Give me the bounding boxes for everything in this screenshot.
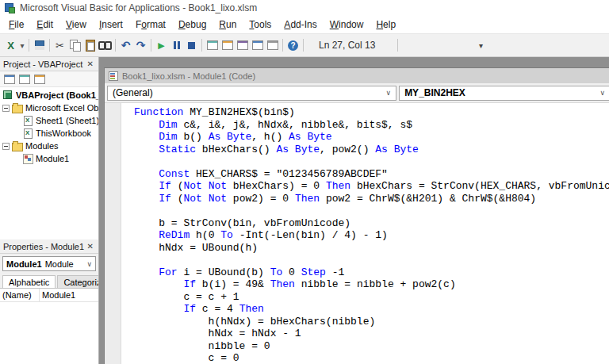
menu-bar: FileEditViewInsertFormatDebugRunToolsAdd…	[0, 16, 609, 34]
menu-file[interactable]: File	[2, 17, 30, 33]
tree-item-label: Modules	[25, 141, 59, 151]
tree-item-label: Microsoft Excel Objects	[25, 103, 98, 113]
module-code-icon	[109, 71, 118, 81]
project-explorer-icon[interactable]	[220, 38, 235, 53]
menu-insert[interactable]: Insert	[93, 17, 129, 33]
view-object-icon[interactable]	[17, 71, 32, 86]
design-mode-icon[interactable]	[205, 38, 220, 53]
procedure-dropdown[interactable]: MY_BIN2HEX ∨	[399, 86, 609, 101]
code-line	[134, 155, 609, 168]
toolbar-separator	[397, 39, 398, 52]
code-line: hNdx = hNdx - 1	[134, 328, 609, 340]
chevron-down-icon: ∨	[596, 89, 605, 97]
tree-item-microsoft-excel-objects[interactable]: Microsoft Excel Objects	[0, 102, 98, 114]
toolbar-separator	[115, 39, 116, 52]
menu-view[interactable]: View	[59, 17, 93, 33]
run-icon[interactable]	[154, 38, 169, 53]
properties-window-icon[interactable]	[235, 38, 250, 53]
code-line: Const HEX_CHARS$ = "0123456789ABCDEF"	[134, 168, 609, 181]
save-icon[interactable]	[32, 38, 47, 53]
menu-format[interactable]: Format	[129, 17, 172, 33]
view-code-icon[interactable]	[2, 71, 17, 86]
toolbar-options-icon[interactable]	[473, 38, 488, 53]
tab-alphabetic[interactable]: Alphabetic	[2, 275, 56, 288]
main-area: Project - VBAProject ✕ VBAProject (Book1…	[0, 57, 609, 364]
code-line: hNdx = UBound(h)	[134, 242, 609, 255]
properties-panel-title: Properties - Module1	[3, 242, 86, 251]
toolbar-separator	[49, 39, 50, 52]
menu-edit[interactable]: Edit	[30, 17, 59, 33]
cut-icon[interactable]	[52, 38, 67, 53]
standard-toolbar: Ln 27, Col 13	[0, 34, 609, 57]
break-icon[interactable]	[169, 38, 184, 53]
project-explorer-panel: Project - VBAProject ✕ VBAProject (Book1…	[0, 57, 98, 239]
project-tree: VBAProject (Book1_lixo.xlsm)Microsoft Ex…	[0, 87, 98, 239]
collapse-icon[interactable]	[2, 143, 10, 150]
code-line	[134, 254, 609, 266]
help-icon[interactable]	[285, 38, 301, 53]
tree-item-label: ThisWorkbook	[36, 128, 91, 138]
close-icon[interactable]: ✕	[86, 242, 95, 251]
code-line: If b(i) = 49& Then nibble = nibble + pow…	[134, 278, 609, 291]
menu-run[interactable]: Run	[213, 17, 243, 33]
menu-window[interactable]: Window	[324, 17, 370, 33]
tree-item-thisworkbook[interactable]: ThisWorkbook	[0, 127, 98, 140]
tree-item-modules[interactable]: Modules	[0, 140, 98, 152]
code-editor[interactable]: Function MY_BIN2HEX$(bin$) Dim c&, i&, j…	[105, 103, 609, 364]
tree-item-label: Sheet1 (Sheet1)	[36, 116, 98, 125]
redo-icon[interactable]	[133, 38, 148, 53]
property-value[interactable]: Module1	[40, 289, 98, 301]
window-title: Microsoft Visual Basic for Applications …	[20, 2, 257, 13]
menu-help[interactable]: Help	[370, 17, 402, 33]
mdi-area: Book1_lixo.xlsm - Module1 (Code) (Genera…	[99, 57, 609, 364]
tree-item-module1[interactable]: Module1	[0, 152, 98, 165]
tree-item-label: Module1	[36, 154, 69, 163]
toolbar-separator	[29, 39, 29, 52]
code-line: If c = 4 Then	[134, 303, 609, 316]
code-line: Dim c&, i&, j&, hNdx&, nibble&, bits$, s…	[134, 119, 609, 132]
margin-indicator-bar	[105, 103, 121, 364]
undo-icon[interactable]	[118, 38, 133, 53]
tree-item-sheet1[interactable]: Sheet1 (Sheet1)	[0, 114, 98, 127]
properties-object-dropdown[interactable]: Module1 Module ∨	[2, 256, 96, 271]
line-col-indicator: Ln 27, Col 13	[319, 40, 395, 51]
code-line: Function MY_BIN2HEX$(bin$)	[134, 106, 609, 119]
view-microsoft-excel-icon[interactable]	[3, 38, 18, 53]
tab-categorized[interactable]: Categorized	[57, 275, 98, 288]
paste-icon[interactable]	[82, 38, 98, 53]
tree-item-vbaproject[interactable]: VBAProject (Book1_lixo.xlsm)	[0, 89, 98, 102]
project-panel-title: Project - VBAProject	[3, 59, 86, 69]
code-line: If (Not Not pow2) = 0 Then pow2 = ChrW$(…	[134, 193, 609, 205]
project-icon	[2, 90, 13, 100]
object-dropdown[interactable]: (General) ∨	[107, 86, 396, 101]
code-window-dropdowns: (General) ∨ MY_BIN2HEX ∨	[105, 83, 609, 103]
project-panel-toolbar	[0, 71, 98, 87]
toggle-folders-icon[interactable]	[32, 71, 47, 86]
menu-add-ins[interactable]: Add-Ins	[278, 17, 323, 33]
code-line: h(hNdx) = bHexChars(nibble)	[134, 316, 609, 328]
code-window-title: Book1_lixo.xlsm - Module1 (Code)	[122, 71, 255, 81]
toolbar-separator	[303, 39, 304, 52]
close-icon[interactable]: ✕	[86, 59, 95, 68]
chevron-down-icon: ∨	[382, 89, 392, 97]
code-line: If (Not Not bHexChars) = 0 Then bHexChar…	[134, 180, 609, 193]
procedure-dropdown-value: MY_BIN2HEX	[404, 87, 465, 98]
property-name: (Name)	[0, 289, 40, 301]
menu-debug[interactable]: Debug	[172, 17, 213, 33]
menu-tools[interactable]: Tools	[243, 17, 278, 33]
toolbar-separator	[151, 39, 151, 52]
copy-icon[interactable]	[67, 38, 82, 53]
find-icon[interactable]	[98, 38, 113, 53]
title-bar: Microsoft Visual Basic for Applications …	[0, 0, 609, 16]
docked-panels: Project - VBAProject ✕ VBAProject (Book1…	[0, 57, 99, 364]
folder-icon	[12, 141, 23, 151]
code-window: Book1_lixo.xlsm - Module1 (Code) (Genera…	[104, 67, 609, 364]
collapse-icon[interactable]	[2, 105, 10, 112]
code-window-title-bar[interactable]: Book1_lixo.xlsm - Module1 (Code)	[105, 68, 609, 83]
property-row[interactable]: (Name)Module1	[0, 289, 98, 302]
toolbox-icon[interactable]	[265, 38, 280, 53]
reset-icon[interactable]	[184, 38, 199, 53]
toolbar-separator	[201, 39, 202, 52]
dropdown-caret-icon[interactable]	[18, 38, 26, 53]
object-browser-icon[interactable]	[250, 38, 265, 53]
